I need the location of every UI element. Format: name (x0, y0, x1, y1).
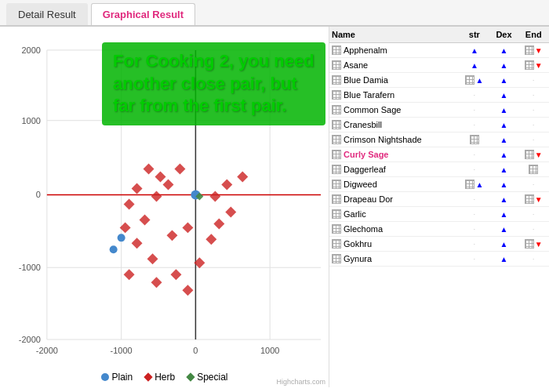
cell-dex: ▲ (490, 192, 518, 207)
grid-icon (332, 239, 341, 249)
table-row[interactable]: Common Sage ·▲· (329, 103, 549, 118)
grid-icon (332, 180, 341, 189)
legend-plain: Plain (100, 372, 133, 383)
end-arrow-down: ▼ (535, 46, 543, 55)
col-dex: Dex (490, 27, 518, 43)
cell-dex: ▲ (490, 43, 518, 58)
herb-name: Cranesbill (344, 120, 382, 129)
svg-marker-38 (213, 218, 224, 229)
table-row[interactable]: Drapeau Dor ·▲▼ (329, 192, 549, 207)
herb-name: Gokhru (344, 239, 372, 249)
svg-marker-35 (182, 285, 193, 296)
svg-point-46 (110, 245, 118, 253)
grid-icon-str (465, 75, 474, 85)
herb-name: Apphenalm (344, 45, 387, 55)
cell-str: · (459, 103, 490, 118)
grid-icon (332, 194, 341, 204)
cell-name: Common Sage (329, 103, 459, 118)
grid-icon-end (525, 239, 534, 249)
svg-marker-28 (132, 238, 143, 249)
cell-str: · (459, 252, 490, 267)
svg-text:0: 0 (193, 346, 198, 355)
svg-text:1000: 1000 (21, 116, 40, 125)
table-header-row: Name str Dex End (329, 27, 549, 43)
dex-arrow-up: ▲ (500, 195, 508, 204)
tab-detail[interactable]: Detail Result (6, 3, 88, 25)
cell-end: ▼ (518, 58, 549, 73)
highcharts-credit: Highcharts.com (276, 378, 325, 386)
herb-name: Digweed (344, 180, 377, 189)
dex-arrow-up: ▲ (500, 136, 508, 144)
table-row[interactable]: Gynura ·▲· (329, 252, 549, 267)
grid-icon-end (525, 194, 534, 204)
cell-dex: ▲ (490, 177, 518, 192)
dex-arrow-up: ▲ (500, 46, 508, 55)
grid-icon (332, 105, 341, 114)
col-str: str (459, 27, 490, 43)
cell-str (459, 132, 490, 147)
cell-dex: ▲ (490, 207, 518, 222)
herb-name: Crimson Nightshade (344, 135, 422, 144)
svg-marker-22 (151, 191, 162, 201)
grid-icon (332, 60, 341, 70)
cell-name: Apphenalm (329, 43, 459, 58)
herb-name: Daggerleaf (344, 165, 386, 174)
table-row[interactable]: Gokhru ·▲▼ (329, 237, 549, 252)
cell-end: · (518, 103, 549, 118)
cell-str: · (459, 118, 490, 132)
cell-name: Garlic (329, 207, 459, 222)
cell-str: ▲ (459, 73, 490, 88)
svg-text:0: 0 (36, 190, 41, 199)
svg-marker-42 (237, 172, 248, 183)
tabs-bar: Detail Result Graphical Result (0, 0, 549, 27)
table-row[interactable]: Blue Damia ▲▲· (329, 73, 549, 88)
cell-str: ▲ (459, 177, 490, 192)
table-row[interactable]: Apphenalm ▲▲▼ (329, 43, 549, 58)
results-table: Name str Dex End Apphenalm ▲▲▼ Asane ▲▲▼… (329, 27, 549, 267)
svg-marker-21 (132, 183, 143, 194)
table-row[interactable]: Digweed ▲▲· (329, 177, 549, 192)
cell-str: · (459, 192, 490, 207)
cell-end: · (518, 207, 549, 222)
dex-arrow-up: ▲ (500, 91, 508, 100)
svg-marker-43 (174, 164, 185, 175)
svg-text:-1000: -1000 (19, 263, 41, 272)
cell-name: Curly Sage (329, 147, 459, 162)
table-row[interactable]: Glechoma ·▲· (329, 222, 549, 237)
svg-marker-23 (163, 180, 174, 191)
table-row[interactable]: Daggerleaf ·▲ (329, 162, 549, 177)
svg-marker-39 (225, 206, 236, 217)
cell-name: Glechoma (329, 222, 459, 237)
cell-dex: ▲ (490, 88, 518, 103)
dex-arrow-up: ▲ (500, 106, 508, 114)
cell-end: ▼ (518, 192, 549, 207)
str-arrow-up: ▲ (475, 76, 483, 85)
table-row[interactable]: Cranesbill ·▲· (329, 118, 549, 132)
table-row[interactable]: Garlic ·▲· (329, 207, 549, 222)
tab-graphical[interactable]: Graphical Result (91, 3, 195, 25)
table-row[interactable]: Asane ▲▲▼ (329, 58, 549, 73)
legend-herb: Herb (145, 372, 175, 383)
grid-icon (332, 135, 341, 144)
dex-arrow-up: ▲ (500, 180, 508, 189)
svg-marker-29 (166, 230, 177, 241)
cell-name: Gokhru (329, 237, 459, 252)
dex-arrow-up: ▲ (500, 255, 508, 263)
svg-marker-32 (124, 269, 135, 280)
cell-name: Asane (329, 58, 459, 73)
cell-end: ▼ (518, 43, 549, 58)
table-row[interactable]: Crimson Nightshade ▲· (329, 132, 549, 147)
table-row[interactable]: Curly Sage ·▲▼ (329, 147, 549, 162)
cell-name: Drapeau Dor (329, 192, 459, 207)
herb-name: Drapeau Dor (344, 194, 393, 204)
cell-dex: ▲ (490, 237, 518, 252)
cell-end: · (518, 177, 549, 192)
svg-marker-33 (151, 277, 162, 288)
col-name: Name (329, 27, 459, 43)
table-row[interactable]: Blue Tarafern ·▲· (329, 88, 549, 103)
grid-icon (332, 45, 341, 55)
end-arrow-down: ▼ (535, 240, 543, 249)
end-arrow-down: ▼ (535, 195, 543, 204)
results-table-area[interactable]: Name str Dex End Apphenalm ▲▲▼ Asane ▲▲▼… (329, 27, 549, 387)
cell-str: · (459, 162, 490, 177)
